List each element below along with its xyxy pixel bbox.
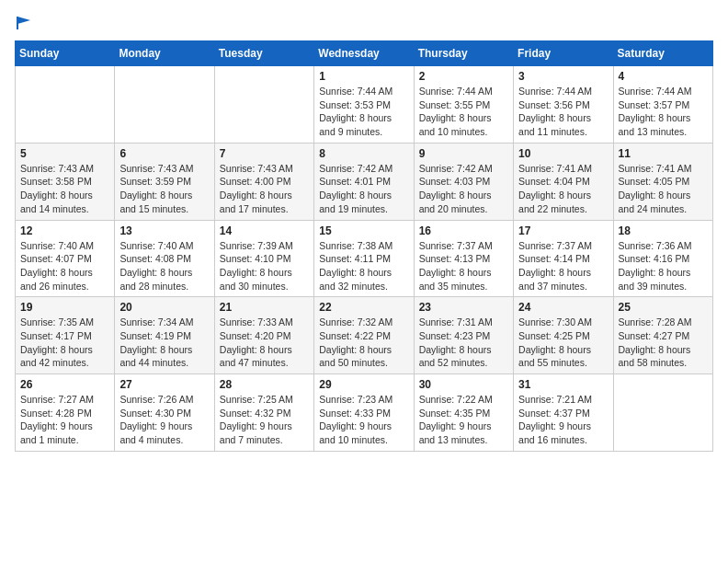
day-number: 21: [220, 301, 309, 314]
day-cell-6: 6Sunrise: 7:43 AM Sunset: 3:59 PM Daylig…: [115, 143, 214, 220]
day-info: Sunrise: 7:37 AM Sunset: 4:13 PM Dayligh…: [419, 239, 508, 293]
day-cell-8: 8Sunrise: 7:42 AM Sunset: 4:01 PM Daylig…: [314, 143, 414, 220]
day-cell-2: 2Sunrise: 7:44 AM Sunset: 3:55 PM Daylig…: [414, 66, 513, 144]
day-info: Sunrise: 7:43 AM Sunset: 3:59 PM Dayligh…: [119, 162, 209, 216]
weekday-header-monday: Monday: [115, 41, 214, 66]
day-number: 12: [20, 224, 109, 237]
weekday-header-saturday: Saturday: [613, 41, 712, 66]
day-info: Sunrise: 7:41 AM Sunset: 4:05 PM Dayligh…: [619, 162, 708, 216]
day-cell-18: 18Sunrise: 7:36 AM Sunset: 4:16 PM Dayli…: [613, 220, 712, 297]
empty-cell: [214, 66, 313, 144]
calendar-table: SundayMondayTuesdayWednesdayThursdayFrid…: [15, 40, 713, 452]
day-cell-29: 29Sunrise: 7:23 AM Sunset: 4:33 PM Dayli…: [314, 374, 414, 452]
logo: [15, 15, 33, 31]
day-info: Sunrise: 7:33 AM Sunset: 4:20 PM Dayligh…: [220, 316, 309, 370]
day-cell-1: 1Sunrise: 7:44 AM Sunset: 3:53 PM Daylig…: [314, 66, 414, 144]
weekday-header-tuesday: Tuesday: [214, 41, 313, 66]
day-cell-19: 19Sunrise: 7:35 AM Sunset: 4:17 PM Dayli…: [16, 297, 115, 374]
day-cell-20: 20Sunrise: 7:34 AM Sunset: 4:19 PM Dayli…: [115, 297, 214, 374]
day-info: Sunrise: 7:42 AM Sunset: 4:01 PM Dayligh…: [319, 162, 408, 216]
day-cell-15: 15Sunrise: 7:38 AM Sunset: 4:11 PM Dayli…: [314, 220, 414, 297]
day-cell-28: 28Sunrise: 7:25 AM Sunset: 4:32 PM Dayli…: [214, 374, 313, 452]
day-info: Sunrise: 7:44 AM Sunset: 3:55 PM Dayligh…: [419, 85, 508, 139]
day-number: 4: [619, 70, 708, 83]
day-cell-27: 27Sunrise: 7:26 AM Sunset: 4:30 PM Dayli…: [115, 374, 214, 452]
day-cell-16: 16Sunrise: 7:37 AM Sunset: 4:13 PM Dayli…: [414, 220, 513, 297]
day-number: 28: [220, 378, 309, 391]
day-number: 26: [20, 378, 109, 391]
day-number: 29: [319, 378, 408, 391]
day-number: 7: [220, 147, 309, 160]
logo-flag-icon: [16, 15, 32, 31]
day-number: 23: [419, 301, 508, 314]
week-row-4: 19Sunrise: 7:35 AM Sunset: 4:17 PM Dayli…: [16, 297, 713, 374]
day-number: 2: [419, 70, 508, 83]
day-info: Sunrise: 7:44 AM Sunset: 3:53 PM Dayligh…: [319, 85, 408, 139]
day-info: Sunrise: 7:43 AM Sunset: 3:58 PM Dayligh…: [20, 162, 109, 216]
day-number: 17: [518, 224, 608, 237]
day-number: 25: [619, 301, 708, 314]
day-cell-30: 30Sunrise: 7:22 AM Sunset: 4:35 PM Dayli…: [414, 374, 513, 452]
day-info: Sunrise: 7:30 AM Sunset: 4:25 PM Dayligh…: [518, 316, 608, 370]
day-info: Sunrise: 7:40 AM Sunset: 4:08 PM Dayligh…: [119, 239, 209, 293]
day-number: 9: [419, 147, 508, 160]
day-number: 18: [619, 224, 708, 237]
day-number: 1: [319, 70, 408, 83]
page-header: [15, 15, 713, 31]
day-cell-3: 3Sunrise: 7:44 AM Sunset: 3:56 PM Daylig…: [514, 66, 613, 144]
day-info: Sunrise: 7:41 AM Sunset: 4:04 PM Dayligh…: [518, 162, 608, 216]
day-cell-7: 7Sunrise: 7:43 AM Sunset: 4:00 PM Daylig…: [214, 143, 313, 220]
day-cell-26: 26Sunrise: 7:27 AM Sunset: 4:28 PM Dayli…: [16, 374, 115, 452]
day-cell-13: 13Sunrise: 7:40 AM Sunset: 4:08 PM Dayli…: [115, 220, 214, 297]
day-info: Sunrise: 7:34 AM Sunset: 4:19 PM Dayligh…: [119, 316, 209, 370]
day-info: Sunrise: 7:36 AM Sunset: 4:16 PM Dayligh…: [619, 239, 708, 293]
empty-cell: [115, 66, 214, 144]
day-info: Sunrise: 7:44 AM Sunset: 3:56 PM Dayligh…: [518, 85, 608, 139]
day-info: Sunrise: 7:26 AM Sunset: 4:30 PM Dayligh…: [119, 393, 209, 447]
day-info: Sunrise: 7:31 AM Sunset: 4:23 PM Dayligh…: [419, 316, 508, 370]
weekday-header-row: SundayMondayTuesdayWednesdayThursdayFrid…: [16, 41, 713, 66]
day-number: 8: [319, 147, 408, 160]
day-cell-4: 4Sunrise: 7:44 AM Sunset: 3:57 PM Daylig…: [613, 66, 712, 144]
day-number: 11: [619, 147, 708, 160]
day-number: 3: [518, 70, 608, 83]
day-info: Sunrise: 7:23 AM Sunset: 4:33 PM Dayligh…: [319, 393, 408, 447]
day-info: Sunrise: 7:44 AM Sunset: 3:57 PM Dayligh…: [619, 85, 708, 139]
day-info: Sunrise: 7:39 AM Sunset: 4:10 PM Dayligh…: [220, 239, 309, 293]
day-info: Sunrise: 7:32 AM Sunset: 4:22 PM Dayligh…: [319, 316, 408, 370]
day-cell-10: 10Sunrise: 7:41 AM Sunset: 4:04 PM Dayli…: [514, 143, 613, 220]
day-number: 22: [319, 301, 408, 314]
day-info: Sunrise: 7:35 AM Sunset: 4:17 PM Dayligh…: [20, 316, 109, 370]
day-number: 6: [119, 147, 209, 160]
day-info: Sunrise: 7:43 AM Sunset: 4:00 PM Dayligh…: [220, 162, 309, 216]
day-info: Sunrise: 7:21 AM Sunset: 4:37 PM Dayligh…: [518, 393, 608, 447]
day-number: 14: [220, 224, 309, 237]
day-number: 16: [419, 224, 508, 237]
day-cell-5: 5Sunrise: 7:43 AM Sunset: 3:58 PM Daylig…: [16, 143, 115, 220]
day-cell-12: 12Sunrise: 7:40 AM Sunset: 4:07 PM Dayli…: [16, 220, 115, 297]
day-cell-9: 9Sunrise: 7:42 AM Sunset: 4:03 PM Daylig…: [414, 143, 513, 220]
day-info: Sunrise: 7:40 AM Sunset: 4:07 PM Dayligh…: [20, 239, 109, 293]
week-row-1: 1Sunrise: 7:44 AM Sunset: 3:53 PM Daylig…: [16, 66, 713, 144]
day-cell-23: 23Sunrise: 7:31 AM Sunset: 4:23 PM Dayli…: [414, 297, 513, 374]
day-number: 5: [20, 147, 109, 160]
day-cell-22: 22Sunrise: 7:32 AM Sunset: 4:22 PM Dayli…: [314, 297, 414, 374]
day-cell-21: 21Sunrise: 7:33 AM Sunset: 4:20 PM Dayli…: [214, 297, 313, 374]
day-info: Sunrise: 7:28 AM Sunset: 4:27 PM Dayligh…: [619, 316, 708, 370]
week-row-2: 5Sunrise: 7:43 AM Sunset: 3:58 PM Daylig…: [16, 143, 713, 220]
weekday-header-wednesday: Wednesday: [314, 41, 414, 66]
day-number: 20: [119, 301, 209, 314]
svg-marker-0: [17, 17, 30, 24]
day-number: 27: [119, 378, 209, 391]
weekday-header-sunday: Sunday: [16, 41, 115, 66]
day-number: 15: [319, 224, 408, 237]
day-cell-11: 11Sunrise: 7:41 AM Sunset: 4:05 PM Dayli…: [613, 143, 712, 220]
day-cell-31: 31Sunrise: 7:21 AM Sunset: 4:37 PM Dayli…: [514, 374, 613, 452]
day-info: Sunrise: 7:27 AM Sunset: 4:28 PM Dayligh…: [20, 393, 109, 447]
day-number: 10: [518, 147, 608, 160]
day-info: Sunrise: 7:38 AM Sunset: 4:11 PM Dayligh…: [319, 239, 408, 293]
weekday-header-friday: Friday: [514, 41, 613, 66]
day-cell-24: 24Sunrise: 7:30 AM Sunset: 4:25 PM Dayli…: [514, 297, 613, 374]
day-number: 30: [419, 378, 508, 391]
empty-cell: [613, 374, 712, 452]
